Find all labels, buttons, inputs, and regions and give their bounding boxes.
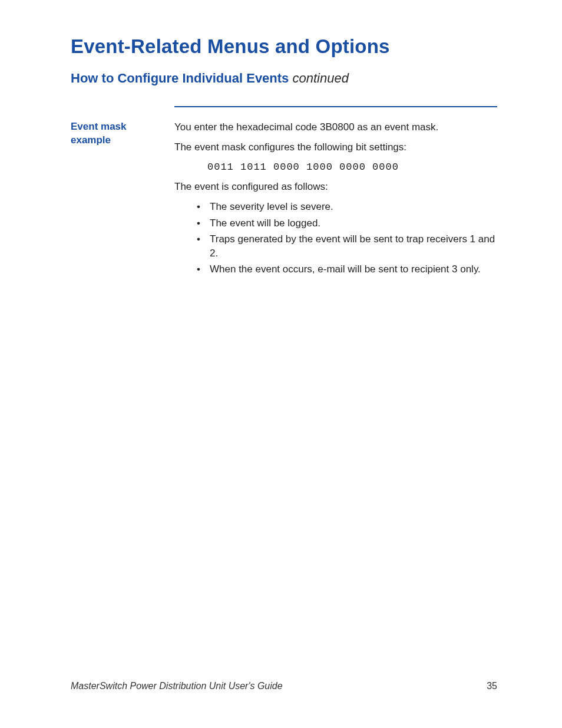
section-continued: continued [289, 71, 349, 85]
chapter-title: Event-Related Menus and Options [71, 35, 497, 58]
margin-label: Event mask example [71, 120, 174, 147]
page-footer: MasterSwitch Power Distribution Unit Use… [71, 681, 497, 691]
bullet-list: The severity level is severe. The event … [197, 200, 497, 276]
section-heading: How to Configure Individual Events conti… [71, 71, 497, 86]
bit-settings: 0011 1011 0000 1000 0000 0000 [207, 160, 497, 174]
paragraph: The event is configured as follows: [174, 180, 497, 194]
rule-wrapper [174, 106, 497, 107]
page-number: 35 [487, 681, 497, 691]
document-page: Event-Related Menus and Options How to C… [0, 0, 562, 728]
list-item: The event will be logged. [197, 216, 497, 230]
margin-label-line: example [71, 134, 164, 147]
content-row: Event mask example You enter the hexadec… [71, 120, 497, 278]
list-item: Traps generated by the event will be sen… [197, 232, 497, 260]
footer-title: MasterSwitch Power Distribution Unit Use… [71, 681, 283, 691]
paragraph: You enter the hexadecimal code 3B0800 as… [174, 120, 497, 134]
list-item: When the event occurs, e-mail will be se… [197, 262, 497, 276]
list-item: The severity level is severe. [197, 200, 497, 213]
margin-label-line: Event mask [71, 120, 164, 134]
body-text: You enter the hexadecimal code 3B0800 as… [174, 120, 497, 278]
horizontal-rule [174, 106, 497, 107]
section-title: How to Configure Individual Events [71, 71, 289, 85]
paragraph: The event mask configures the following … [174, 140, 497, 154]
